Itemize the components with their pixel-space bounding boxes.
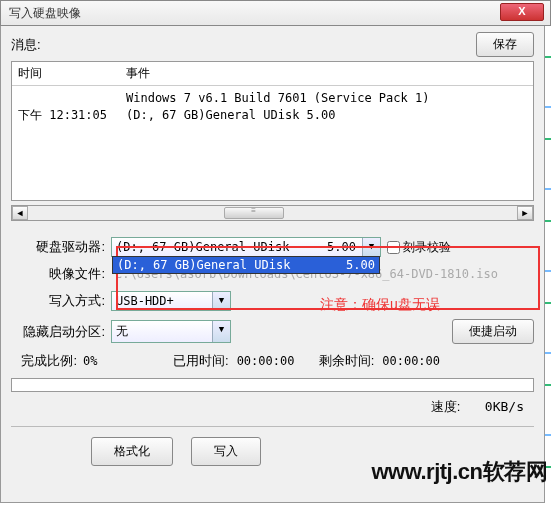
message-label: 消息:	[11, 36, 476, 54]
progress-bar	[11, 378, 534, 392]
drive-select[interactable]: (D:, 67 GB)General UDisk 5.00 ▼ (D:, 67 …	[111, 237, 381, 257]
write-button[interactable]: 写入	[191, 437, 261, 466]
image-label: 映像文件:	[11, 265, 111, 283]
chevron-down-icon[interactable]: ▼	[362, 238, 380, 256]
speed-value: 0KB/s	[464, 399, 524, 414]
log-line-1: Windows 7 v6.1 Build 7601 (Service Pack …	[18, 90, 527, 107]
log-box: 时间 事件 Windows 7 v6.1 Build 7601 (Service…	[11, 61, 534, 201]
format-button[interactable]: 格式化	[91, 437, 173, 466]
scroll-right-icon[interactable]: ►	[517, 206, 533, 220]
close-button[interactable]: X	[500, 3, 544, 21]
verify-checkbox[interactable]: 刻录校验	[387, 239, 451, 256]
log-event: (D:, 67 GB)General UDisk 5.00	[126, 107, 336, 124]
chevron-down-icon[interactable]: ▼	[212, 321, 230, 342]
hidden-boot-label: 隐藏启动分区:	[11, 323, 111, 341]
hidden-boot-select[interactable]: 无 ▼	[111, 320, 231, 343]
right-strip	[545, 26, 551, 503]
quick-boot-button[interactable]: 便捷启动	[452, 319, 534, 344]
verify-checkbox-input[interactable]	[387, 241, 400, 254]
write-mode-select[interactable]: USB-HDD+ ▼	[111, 291, 231, 311]
scroll-track[interactable]	[28, 206, 517, 220]
remain-value: 00:00:00	[374, 354, 440, 368]
remain-label: 剩余时间:	[319, 352, 375, 370]
window-title: 写入硬盘映像	[9, 5, 81, 22]
done-value: 0%	[83, 354, 173, 368]
log-header-time: 时间	[18, 65, 126, 82]
scroll-left-icon[interactable]: ◄	[12, 206, 28, 220]
done-label: 完成比例:	[11, 352, 83, 370]
elapsed-label: 已用时间:	[173, 352, 229, 370]
log-header-event: 事件	[126, 65, 150, 82]
log-time: 下午 12:31:05	[18, 107, 126, 124]
title-bar: 写入硬盘映像 X	[0, 0, 551, 26]
drive-label: 硬盘驱动器:	[11, 238, 111, 256]
watermark: www.rjtj.cn软荐网	[371, 457, 547, 487]
horizontal-scrollbar[interactable]: ◄ ►	[11, 205, 534, 221]
drive-option-1[interactable]: (D:, 67 GB)General UDisk 5.00	[113, 257, 379, 273]
scroll-thumb[interactable]	[224, 207, 284, 219]
speed-label: 速度:	[431, 399, 461, 414]
save-button[interactable]: 保存	[476, 32, 534, 57]
chevron-down-icon[interactable]: ▼	[212, 292, 230, 310]
elapsed-value: 00:00:00	[229, 354, 319, 368]
write-mode-label: 写入方式:	[11, 292, 111, 310]
annotation-text: 注意：确保u盘无误	[320, 296, 440, 314]
drive-options: (D:, 67 GB)General UDisk 5.00	[112, 256, 380, 274]
content-area: 消息: 保存 时间 事件 Windows 7 v6.1 Build 7601 (…	[0, 26, 545, 503]
divider	[11, 426, 534, 427]
